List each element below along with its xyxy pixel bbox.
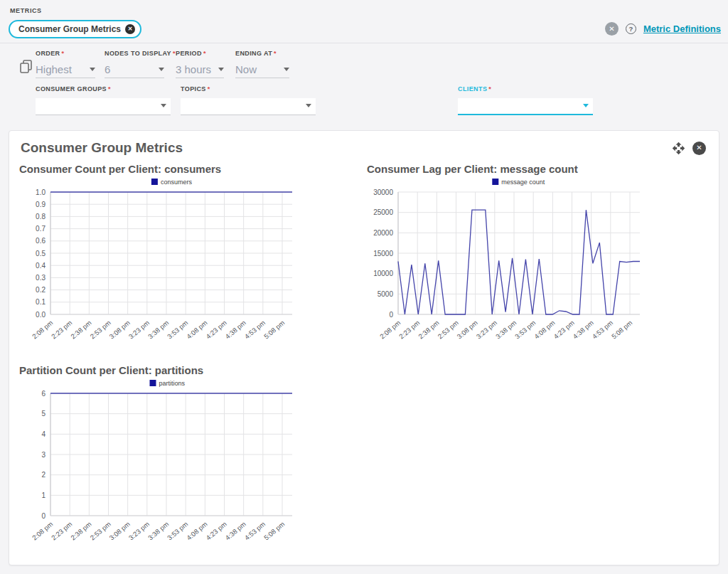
svg-text:2:23 pm: 2:23 pm — [50, 520, 73, 542]
svg-text:2:23 pm: 2:23 pm — [397, 319, 421, 341]
svg-text:4:38 pm: 4:38 pm — [224, 520, 247, 542]
svg-text:3: 3 — [41, 451, 46, 459]
select-label-text: NODES TO DISPLAY — [105, 50, 171, 57]
select-label: PERIOD* — [176, 50, 224, 57]
order-select[interactable]: ORDER* Highest — [36, 50, 95, 78]
svg-text:5:08 pm: 5:08 pm — [610, 319, 633, 341]
clients-select[interactable]: CLIENTS* — [458, 85, 593, 115]
svg-text:20000: 20000 — [373, 229, 393, 237]
copy-icon[interactable] — [20, 60, 32, 76]
svg-text:0.0: 0.0 — [36, 311, 46, 319]
remove-metric-icon[interactable]: ✕ — [125, 24, 135, 34]
chevron-down-icon — [284, 68, 289, 71]
svg-text:2:53 pm: 2:53 pm — [88, 520, 112, 542]
svg-text:3:38 pm: 3:38 pm — [146, 520, 170, 542]
select-label: NODES TO DISPLAY* — [105, 50, 164, 57]
svg-text:0.9: 0.9 — [36, 201, 46, 208]
consumer-groups-select[interactable]: CONSUMER GROUPS* — [36, 85, 171, 115]
svg-text:0.5: 0.5 — [36, 250, 46, 257]
svg-text:0.3: 0.3 — [36, 274, 46, 282]
select-value-row: Highest — [36, 63, 95, 78]
svg-text:3:53 pm: 3:53 pm — [513, 319, 537, 341]
select-value-row: Now — [235, 63, 289, 78]
svg-text:2:08 pm: 2:08 pm — [31, 520, 54, 542]
required-asterisk: * — [488, 85, 491, 92]
svg-text:4: 4 — [41, 430, 46, 438]
svg-text:2: 2 — [41, 471, 46, 479]
svg-text:3:38 pm: 3:38 pm — [494, 319, 518, 341]
metrics-section-label: METRICS — [10, 7, 42, 14]
svg-text:0: 0 — [41, 512, 46, 520]
ending-at-select[interactable]: ENDING AT* Now — [235, 50, 289, 78]
move-widget-icon[interactable] — [672, 142, 685, 155]
select-value: Now — [235, 63, 257, 75]
widget-header: Consumer Group Metrics ✕ — [9, 131, 719, 156]
svg-text:2:23 pm: 2:23 pm — [50, 319, 73, 341]
svg-text:4:38 pm: 4:38 pm — [572, 319, 595, 341]
chart-title: Consumer Lag per Client: message count — [367, 163, 709, 175]
svg-text:5:08 pm: 5:08 pm — [262, 520, 286, 542]
topics-select[interactable]: TOPICS* — [181, 85, 316, 115]
required-asterisk: * — [108, 85, 111, 92]
svg-text:3:08 pm: 3:08 pm — [456, 319, 479, 341]
svg-text:2:38 pm: 2:38 pm — [69, 520, 92, 542]
metric-chip[interactable]: Consumer Group Metrics ✕ — [9, 20, 141, 38]
select-label: ORDER* — [36, 50, 95, 57]
svg-text:2:38 pm: 2:38 pm — [417, 319, 440, 341]
metrics-select-row: Consumer Group Metrics ✕ — [9, 19, 141, 39]
select-label: CONSUMER GROUPS* — [36, 85, 171, 92]
required-asterisk: * — [208, 85, 210, 92]
partition-count-chart-canvas: 01234562:08 pm2:23 pm2:38 pm2:53 pm3:08 … — [19, 378, 361, 556]
svg-text:3:53 pm: 3:53 pm — [166, 319, 189, 341]
chart-title: Partition Count per Client: partitions — [19, 364, 361, 376]
select-label-text: PERIOD — [176, 50, 202, 57]
filter-row-1: ORDER* Highest NODES TO DISPLAY* 6 PERIO… — [36, 50, 289, 78]
svg-text:3:23 pm: 3:23 pm — [127, 319, 151, 341]
svg-text:1.0: 1.0 — [36, 188, 46, 196]
widget-actions: ✕ — [672, 142, 706, 155]
select-label-text: TOPICS — [181, 85, 206, 92]
svg-text:0.8: 0.8 — [36, 213, 46, 220]
svg-text:partitions: partitions — [159, 380, 186, 387]
chevron-down-icon — [90, 68, 95, 71]
select-value-row — [458, 98, 593, 115]
svg-text:3:08 pm: 3:08 pm — [108, 520, 132, 542]
select-value: Highest — [36, 63, 72, 75]
select-value-row — [181, 98, 316, 115]
svg-text:5000: 5000 — [378, 290, 394, 298]
svg-text:0.1: 0.1 — [36, 298, 46, 306]
consumer-lag-chart-canvas: 0500010000150002000025000300002:08 pm2:2… — [367, 176, 709, 354]
chevron-down-icon — [583, 104, 589, 107]
required-asterisk: * — [274, 50, 277, 57]
chart-title: Consumer Count per Client: consumers — [19, 163, 361, 175]
svg-text:5:08 pm: 5:08 pm — [262, 319, 286, 341]
nodes-to-display-select[interactable]: NODES TO DISPLAY* 6 — [105, 50, 164, 78]
svg-text:4:38 pm: 4:38 pm — [224, 319, 247, 341]
select-value-row: 6 — [105, 63, 164, 78]
metrics-actions: ✕ ? Metric Definitions — [605, 22, 721, 36]
svg-text:2:38 pm: 2:38 pm — [69, 319, 92, 341]
svg-text:4:53 pm: 4:53 pm — [591, 319, 614, 341]
svg-text:4:08 pm: 4:08 pm — [532, 319, 556, 341]
svg-text:3:53 pm: 3:53 pm — [166, 520, 189, 542]
svg-text:2:53 pm: 2:53 pm — [436, 319, 459, 341]
svg-text:10000: 10000 — [373, 270, 393, 277]
svg-text:6: 6 — [41, 390, 46, 398]
divider — [0, 43, 728, 43]
svg-text:0.6: 0.6 — [36, 237, 46, 245]
svg-text:0.7: 0.7 — [36, 225, 46, 233]
select-value: 3 hours — [176, 63, 211, 75]
select-value-row: 3 hours — [176, 63, 224, 78]
chart-consumer-count: Consumer Count per Client: consumers 0.0… — [19, 159, 361, 354]
help-icon[interactable]: ? — [626, 23, 636, 34]
select-label: CLIENTS* — [458, 85, 593, 92]
filter-row-2: CONSUMER GROUPS* TOPICS* CLIENTS* — [36, 85, 593, 115]
metric-definitions-link[interactable]: Metric Definitions — [643, 23, 721, 34]
chevron-down-icon — [161, 104, 166, 107]
clear-metrics-icon[interactable]: ✕ — [605, 22, 619, 36]
period-select[interactable]: PERIOD* 3 hours — [176, 50, 224, 78]
svg-text:0.4: 0.4 — [36, 262, 46, 270]
close-widget-icon[interactable]: ✕ — [692, 142, 706, 155]
widget-title: Consumer Group Metrics — [21, 140, 183, 156]
select-value: 6 — [105, 63, 110, 75]
